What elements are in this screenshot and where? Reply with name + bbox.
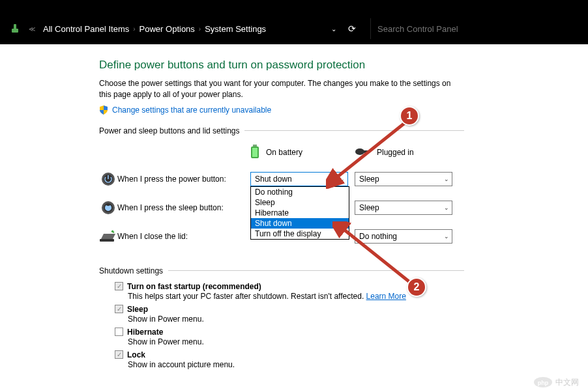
uac-shield-icon [99,105,108,115]
combo-value: Do nothing [359,232,397,241]
refresh-icon[interactable]: ⟳ [348,23,356,34]
combo-value: Shut down [255,175,292,184]
window-titlebar [0,0,588,13]
page-title: Define power buttons and turn on passwor… [99,59,588,72]
breadcrumb-item[interactable]: Power Options [140,24,195,34]
on-battery-header: On battery [250,145,355,161]
learn-more-link[interactable]: Learn More [366,292,406,301]
page-description: Choose the power settings that you want … [99,78,464,100]
battery-icon [250,145,259,161]
breadcrumb[interactable]: All Control Panel Items › Power Options … [43,24,319,34]
power-sleep-section: Power and sleep buttons and lid settings… [99,126,464,256]
lid-plugged-combo[interactable]: Do nothing ⌄ [355,229,452,244]
dropdown-option[interactable]: Turn off the display [251,229,349,239]
dropdown-option[interactable]: Hibernate [251,208,349,218]
breadcrumb-chevrons-icon: ≪ [26,23,38,35]
lock-desc: Show in account picture menu. [128,360,464,369]
svg-rect-6 [364,150,369,153]
sleep-button-icon [99,201,117,215]
power-options-icon [9,23,21,35]
plugged-in-label: Plugged in [377,148,414,157]
column-headers: On battery Plugged in [99,145,464,161]
combo-value: Sleep [359,203,379,212]
lock-checkbox[interactable]: ✓ [115,350,123,359]
breadcrumb-item[interactable]: System Settings [205,24,266,34]
sleep-item: ✓ Sleep Show in Power menu. [115,305,464,324]
watermark: php 中文网 [533,376,579,388]
svg-point-5 [355,148,364,155]
hibernate-label: Hibernate [127,328,163,337]
plugged-in-header: Plugged in [355,147,459,158]
change-settings-link[interactable]: Change settings that are currently unava… [112,105,271,115]
svg-rect-1 [12,29,18,33]
svg-rect-0 [14,24,16,29]
sleep-desc: Show in Power menu. [128,315,464,324]
search-input[interactable] [377,24,572,34]
svg-rect-2 [253,145,257,147]
chevron-down-icon: ⌄ [444,176,449,182]
on-battery-label: On battery [266,148,302,157]
plug-icon [355,147,370,158]
breadcrumb-item[interactable]: All Control Panel Items [43,24,129,34]
sleep-button-label: When I press the sleep button: [117,203,250,212]
section-legend: Power and sleep buttons and lid settings [99,126,464,138]
svg-text:php: php [538,380,549,386]
hibernate-desc: Show in Power menu. [128,337,464,346]
lid-icon [99,230,117,243]
fast-startup-label: Turn on fast startup (recommended) [127,282,261,291]
lid-label: When I close the lid: [117,232,250,241]
combo-value: Sleep [359,175,379,184]
navigation-bar: ≪ All Control Panel Items › Power Option… [0,13,588,44]
lock-label: Lock [127,350,145,359]
change-settings-link-row: Change settings that are currently unava… [99,105,588,115]
svg-rect-11 [100,239,114,242]
hibernate-checkbox[interactable] [115,328,123,336]
power-button-label: When I press the power button: [117,175,250,184]
power-button-battery-combo[interactable]: Shut down ⌄ Do nothing Sleep Hibernate S… [250,172,348,186]
sleep-label: Sleep [127,305,148,314]
power-button-icon [99,172,117,186]
sleep-checkbox[interactable]: ✓ [115,305,123,313]
chevron-down-icon: ⌄ [444,204,449,211]
power-button-row: When I press the power button: Shut down… [99,170,464,188]
dropdown-option-selected[interactable]: Shut down [251,218,349,229]
annotation-badge-2: 2 [407,277,426,297]
svg-rect-4 [252,148,257,157]
chevron-down-icon: ⌄ [444,233,449,240]
content-area: Define power buttons and turn on passwor… [0,44,588,369]
lock-item: ✓ Lock Show in account picture menu. [115,350,464,369]
section-legend: Shutdown settings [99,266,464,278]
power-button-plugged-combo[interactable]: Sleep ⌄ [355,172,452,186]
dropdown-option[interactable]: Sleep [251,197,349,208]
chevron-right-icon: › [199,25,201,33]
hibernate-item: Hibernate Show in Power menu. [115,328,464,346]
dropdown-option[interactable]: Do nothing [251,187,349,197]
search-box[interactable] [370,18,579,39]
chevron-down-icon: ⌄ [340,176,345,182]
chevron-down-icon[interactable]: ⌄ [331,25,336,33]
sleep-button-plugged-combo[interactable]: Sleep ⌄ [355,201,452,215]
chevron-right-icon: › [133,25,135,33]
fast-startup-checkbox[interactable]: ✓ [115,282,123,290]
annotation-badge-1: 1 [400,106,419,126]
power-button-dropdown-menu: Do nothing Sleep Hibernate Shut down Tur… [250,186,349,240]
